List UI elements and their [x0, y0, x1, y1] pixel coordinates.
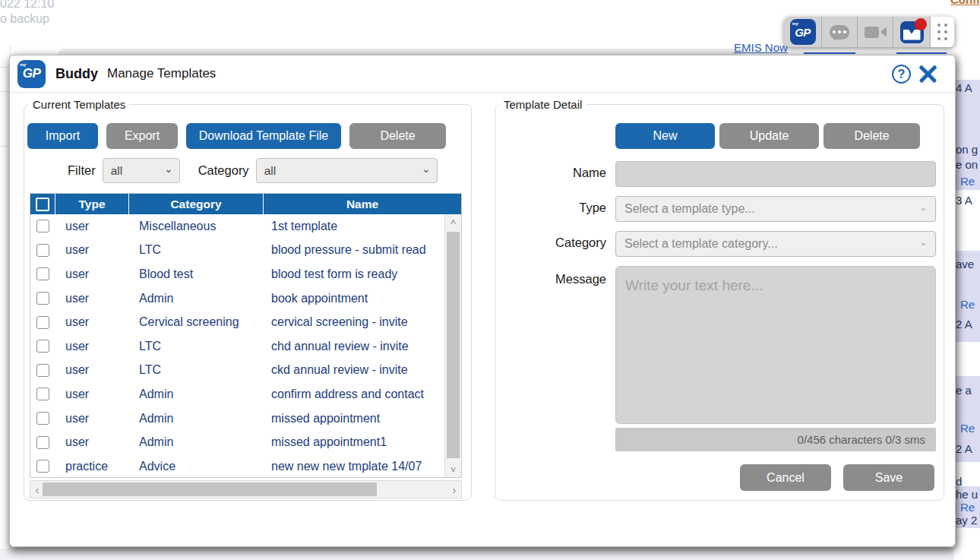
background-text-fragment: 4 A	[956, 81, 972, 94]
row-checkbox[interactable]	[36, 388, 49, 400]
type-label: Type	[495, 196, 615, 222]
vertical-scrollbar-thumb[interactable]	[447, 232, 460, 458]
scroll-down-icon[interactable]: ˅	[445, 462, 461, 477]
row-checkbox[interactable]	[36, 292, 49, 305]
column-header-name[interactable]: Name	[264, 194, 461, 214]
chat-toolbar-button[interactable]	[822, 17, 858, 47]
toolbar-drag-handle[interactable]	[931, 17, 954, 47]
templates-table: Type Category Name user Miscellaneous 1s…	[30, 193, 462, 498]
table-row[interactable]: user Miscellaneous 1st template	[30, 214, 444, 239]
reply-link-fragment[interactable]: Re	[960, 175, 975, 188]
notifications-toolbar-button[interactable]	[893, 17, 931, 47]
cancel-button[interactable]: Cancel	[740, 464, 831, 491]
table-row[interactable]: user LTC chd annual review - invite	[30, 334, 444, 359]
message-bubble-fragment	[954, 80, 980, 190]
name-label: Name	[495, 161, 615, 187]
emis-now-link[interactable]: EMIS Now	[734, 41, 788, 54]
character-counter: 0/456 characters 0/3 sms	[615, 428, 936, 451]
manage-templates-dialog: my GP Buddy Manage Templates ? Current T…	[9, 55, 956, 547]
category-filter-select[interactable]: all ⌄	[256, 158, 438, 183]
table-row[interactable]: user Admin book appointment	[30, 286, 444, 311]
update-template-button[interactable]: Update	[719, 123, 819, 149]
background-panel-edge	[58, 49, 742, 55]
table-row[interactable]: user Cervical screening cervical screeni…	[30, 310, 444, 334]
row-checkbox[interactable]	[36, 316, 49, 329]
video-camera-icon	[865, 27, 879, 38]
template-detail-legend: Template Detail	[500, 98, 586, 111]
drag-handle-dots-icon	[937, 24, 947, 40]
export-button[interactable]: Export	[106, 123, 178, 149]
row-checkbox[interactable]	[36, 436, 49, 449]
table-row[interactable]: user Admin missed appointment	[30, 407, 444, 431]
hidden-link-underline	[896, 52, 947, 54]
close-icon[interactable]	[918, 64, 938, 84]
app-title: Buddy	[55, 66, 98, 82]
table-row[interactable]: user Blood test blood test form is ready	[30, 262, 444, 286]
background-text-fragment: e on	[956, 158, 978, 171]
import-button[interactable]: Import	[27, 123, 98, 149]
background-text-fragment: ave	[956, 258, 974, 271]
row-checkbox[interactable]	[36, 412, 49, 425]
background-row-line	[0, 67, 9, 68]
vertical-scrollbar[interactable]: ˄ ˅	[444, 214, 461, 477]
row-checkbox[interactable]	[36, 364, 49, 377]
save-button[interactable]: Save	[843, 464, 934, 491]
row-checkbox[interactable]	[36, 267, 49, 280]
floating-toolbar: my GP	[784, 17, 955, 47]
reply-link-fragment[interactable]: Re	[960, 501, 975, 514]
help-icon[interactable]: ?	[892, 65, 911, 84]
row-checkbox[interactable]	[36, 244, 49, 257]
delete-templates-button[interactable]: Delete	[349, 123, 446, 149]
select-all-checkbox[interactable]	[36, 198, 49, 211]
column-header-category[interactable]: Category	[129, 194, 264, 214]
download-template-file-button[interactable]: Download Template File	[186, 123, 341, 149]
dialog-header: my GP Buddy Manage Templates ?	[10, 55, 955, 93]
background-bottom-strip	[0, 549, 980, 560]
new-template-button[interactable]: New	[615, 123, 715, 149]
background-text-fragment: e a	[956, 384, 972, 397]
background-row-line	[0, 91, 9, 92]
reply-link-fragment[interactable]: Re	[960, 298, 975, 311]
background-message-list-strip: 4 A on g e on Re 3 A ave Re 2 A e a Re 2…	[954, 47, 980, 560]
filter-label: Filter	[68, 163, 96, 178]
table-row[interactable]: user LTC blood pressure - submit read	[30, 239, 444, 263]
category-filter-label: Category	[198, 163, 249, 178]
name-field[interactable]	[615, 161, 936, 187]
scroll-up-icon[interactable]: ˄	[445, 214, 461, 229]
table-row[interactable]: practice Advice new new new tmplate 14/0…	[30, 454, 444, 477]
chevron-down-icon: ⌄	[164, 163, 173, 175]
column-header-type[interactable]: Type	[55, 194, 129, 214]
reply-link-fragment[interactable]: Re	[960, 422, 975, 435]
chat-bubble-icon	[830, 25, 849, 40]
row-checkbox[interactable]	[36, 340, 49, 353]
config-link[interactable]: Confi	[950, 0, 979, 6]
message-textarea[interactable]: Write your text here...	[615, 266, 936, 424]
video-call-toolbar-button[interactable]	[858, 17, 893, 47]
row-checkbox[interactable]	[36, 460, 49, 473]
dialog-subtitle: Manage Templates	[107, 66, 216, 81]
mygp-toolbar-button[interactable]: my GP	[784, 17, 822, 47]
notifications-icon	[900, 21, 924, 43]
table-header-row: Type Category Name	[30, 194, 461, 214]
chevron-down-icon: ⌄	[919, 236, 928, 248]
horizontal-scrollbar[interactable]: ‹ ›	[30, 480, 462, 498]
table-row[interactable]: user Admin confirm address and contact	[30, 382, 444, 407]
mygp-logo-icon: my GP	[790, 19, 816, 45]
background-text-fragment: 3 A	[956, 194, 972, 207]
gp-buddy-logo-icon: my GP	[17, 60, 46, 88]
category-label: Category	[495, 231, 615, 257]
filter-select[interactable]: all ⌄	[103, 158, 180, 183]
table-row[interactable]: user LTC ckd annual review - invite	[30, 359, 444, 383]
message-label: Message	[495, 266, 615, 424]
row-checkbox[interactable]	[36, 220, 49, 233]
category-select[interactable]: Select a template category... ⌄	[615, 231, 936, 257]
chevron-down-icon: ⌄	[422, 163, 431, 175]
template-detail-section: Template Detail New Update Delete Name T…	[495, 98, 944, 501]
background-text-fragment: he u	[956, 488, 978, 501]
table-row[interactable]: user Admin missed appointment1	[30, 430, 444, 454]
background-text-fragment: 2 A	[956, 318, 972, 331]
type-select[interactable]: Select a template type... ⌄	[615, 196, 936, 222]
horizontal-scrollbar-thumb[interactable]	[43, 482, 377, 496]
delete-template-button[interactable]: Delete	[824, 123, 920, 149]
scroll-right-icon[interactable]: ›	[447, 481, 461, 498]
